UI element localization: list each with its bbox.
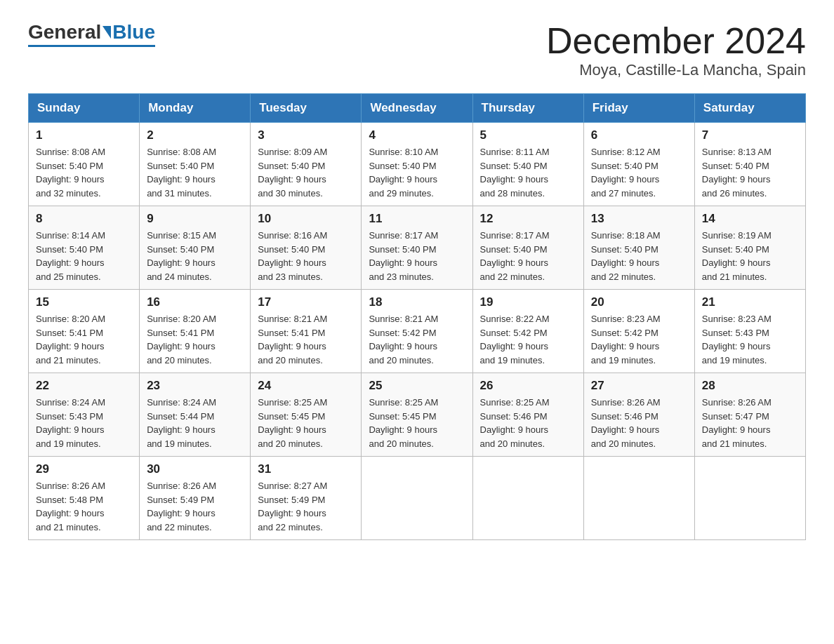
table-row: 26 Sunrise: 8:25 AM Sunset: 5:46 PM Dayl… (472, 373, 583, 457)
table-row: 28 Sunrise: 8:26 AM Sunset: 5:47 PM Dayl… (694, 373, 805, 457)
calendar-week-row: 29 Sunrise: 8:26 AM Sunset: 5:48 PM Dayl… (29, 457, 806, 540)
day-number: 18 (369, 295, 465, 309)
day-number: 22 (36, 379, 132, 393)
day-number: 14 (702, 212, 798, 226)
day-number: 3 (258, 128, 354, 142)
table-row: 6 Sunrise: 8:12 AM Sunset: 5:40 PM Dayli… (583, 123, 694, 206)
day-info: Sunrise: 8:23 AM Sunset: 5:42 PM Dayligh… (591, 314, 661, 365)
table-row: 8 Sunrise: 8:14 AM Sunset: 5:40 PM Dayli… (29, 206, 140, 290)
day-info: Sunrise: 8:21 AM Sunset: 5:42 PM Dayligh… (369, 314, 438, 365)
table-row: 20 Sunrise: 8:23 AM Sunset: 5:42 PM Dayl… (583, 290, 694, 373)
day-number: 4 (369, 128, 465, 142)
table-row: 14 Sunrise: 8:19 AM Sunset: 5:40 PM Dayl… (694, 206, 805, 290)
logo-underline (28, 45, 155, 47)
table-row: 17 Sunrise: 8:21 AM Sunset: 5:41 PM Dayl… (251, 290, 362, 373)
day-info: Sunrise: 8:13 AM Sunset: 5:40 PM Dayligh… (702, 147, 772, 199)
day-info: Sunrise: 8:22 AM Sunset: 5:42 PM Dayligh… (480, 314, 550, 365)
day-info: Sunrise: 8:25 AM Sunset: 5:45 PM Dayligh… (258, 397, 327, 449)
logo: General Blue (28, 21, 155, 47)
col-thursday: Thursday (472, 94, 583, 123)
day-number: 21 (702, 295, 798, 309)
table-row: 5 Sunrise: 8:11 AM Sunset: 5:40 PM Dayli… (472, 123, 583, 206)
day-number: 5 (480, 128, 576, 142)
table-row: 7 Sunrise: 8:13 AM Sunset: 5:40 PM Dayli… (694, 123, 805, 206)
table-row: 23 Sunrise: 8:24 AM Sunset: 5:44 PM Dayl… (140, 373, 251, 457)
day-number: 2 (147, 128, 243, 142)
day-info: Sunrise: 8:20 AM Sunset: 5:41 PM Dayligh… (36, 314, 105, 365)
day-info: Sunrise: 8:15 AM Sunset: 5:40 PM Dayligh… (147, 230, 216, 282)
day-info: Sunrise: 8:24 AM Sunset: 5:43 PM Dayligh… (36, 397, 105, 449)
day-number: 7 (702, 128, 798, 142)
day-number: 6 (591, 128, 687, 142)
day-info: Sunrise: 8:27 AM Sunset: 5:49 PM Dayligh… (258, 481, 327, 532)
day-number: 27 (591, 379, 687, 393)
table-row: 21 Sunrise: 8:23 AM Sunset: 5:43 PM Dayl… (694, 290, 805, 373)
day-info: Sunrise: 8:20 AM Sunset: 5:41 PM Dayligh… (147, 314, 216, 365)
day-info: Sunrise: 8:23 AM Sunset: 5:43 PM Dayligh… (702, 314, 772, 365)
day-number: 9 (147, 212, 243, 226)
month-year-title: December 2024 (546, 21, 806, 61)
day-info: Sunrise: 8:08 AM Sunset: 5:40 PM Dayligh… (147, 147, 216, 199)
table-row: 29 Sunrise: 8:26 AM Sunset: 5:48 PM Dayl… (29, 457, 140, 540)
table-row: 25 Sunrise: 8:25 AM Sunset: 5:45 PM Dayl… (362, 373, 472, 457)
day-number: 15 (36, 295, 132, 309)
table-row: 31 Sunrise: 8:27 AM Sunset: 5:49 PM Dayl… (251, 457, 362, 540)
table-row: 4 Sunrise: 8:10 AM Sunset: 5:40 PM Dayli… (362, 123, 472, 206)
table-row: 19 Sunrise: 8:22 AM Sunset: 5:42 PM Dayl… (472, 290, 583, 373)
day-number: 19 (480, 295, 576, 309)
table-row: 3 Sunrise: 8:09 AM Sunset: 5:40 PM Dayli… (251, 123, 362, 206)
day-info: Sunrise: 8:18 AM Sunset: 5:40 PM Dayligh… (591, 230, 661, 282)
table-row: 9 Sunrise: 8:15 AM Sunset: 5:40 PM Dayli… (140, 206, 251, 290)
day-number: 20 (591, 295, 687, 309)
day-info: Sunrise: 8:14 AM Sunset: 5:40 PM Dayligh… (36, 230, 105, 282)
title-area: December 2024 Moya, Castille-La Mancha, … (546, 21, 806, 79)
table-row: 16 Sunrise: 8:20 AM Sunset: 5:41 PM Dayl… (140, 290, 251, 373)
table-row: 15 Sunrise: 8:20 AM Sunset: 5:41 PM Dayl… (29, 290, 140, 373)
day-info: Sunrise: 8:26 AM Sunset: 5:46 PM Dayligh… (591, 397, 661, 449)
day-info: Sunrise: 8:08 AM Sunset: 5:40 PM Dayligh… (36, 147, 105, 199)
day-info: Sunrise: 8:17 AM Sunset: 5:40 PM Dayligh… (369, 230, 438, 282)
col-wednesday: Wednesday (362, 94, 472, 123)
logo-blue-text: Blue (112, 21, 155, 43)
calendar-header-row: Sunday Monday Tuesday Wednesday Thursday… (29, 94, 806, 123)
day-info: Sunrise: 8:09 AM Sunset: 5:40 PM Dayligh… (258, 147, 327, 199)
day-number: 25 (369, 379, 465, 393)
table-row: 27 Sunrise: 8:26 AM Sunset: 5:46 PM Dayl… (583, 373, 694, 457)
calendar-week-row: 1 Sunrise: 8:08 AM Sunset: 5:40 PM Dayli… (29, 123, 806, 206)
table-row: 24 Sunrise: 8:25 AM Sunset: 5:45 PM Dayl… (251, 373, 362, 457)
day-info: Sunrise: 8:26 AM Sunset: 5:47 PM Dayligh… (702, 397, 772, 449)
day-number: 26 (480, 379, 576, 393)
table-row (472, 457, 583, 540)
col-saturday: Saturday (694, 94, 805, 123)
day-number: 16 (147, 295, 243, 309)
table-row: 10 Sunrise: 8:16 AM Sunset: 5:40 PM Dayl… (251, 206, 362, 290)
col-monday: Monday (140, 94, 251, 123)
day-number: 28 (702, 379, 798, 393)
col-friday: Friday (583, 94, 694, 123)
table-row: 2 Sunrise: 8:08 AM Sunset: 5:40 PM Dayli… (140, 123, 251, 206)
table-row (694, 457, 805, 540)
day-number: 24 (258, 379, 354, 393)
logo-general-text: General (28, 21, 101, 43)
day-info: Sunrise: 8:25 AM Sunset: 5:45 PM Dayligh… (369, 397, 438, 449)
table-row: 22 Sunrise: 8:24 AM Sunset: 5:43 PM Dayl… (29, 373, 140, 457)
day-number: 17 (258, 295, 354, 309)
location-subtitle: Moya, Castille-La Mancha, Spain (546, 61, 806, 79)
day-number: 11 (369, 212, 465, 226)
day-info: Sunrise: 8:11 AM Sunset: 5:40 PM Dayligh… (480, 147, 550, 199)
day-info: Sunrise: 8:26 AM Sunset: 5:49 PM Dayligh… (147, 481, 216, 532)
calendar-week-row: 8 Sunrise: 8:14 AM Sunset: 5:40 PM Dayli… (29, 206, 806, 290)
col-sunday: Sunday (29, 94, 140, 123)
day-number: 13 (591, 212, 687, 226)
day-number: 10 (258, 212, 354, 226)
logo-triangle-icon (102, 26, 111, 39)
day-number: 1 (36, 128, 132, 142)
table-row (362, 457, 472, 540)
day-number: 8 (36, 212, 132, 226)
calendar-week-row: 22 Sunrise: 8:24 AM Sunset: 5:43 PM Dayl… (29, 373, 806, 457)
table-row: 11 Sunrise: 8:17 AM Sunset: 5:40 PM Dayl… (362, 206, 472, 290)
day-info: Sunrise: 8:16 AM Sunset: 5:40 PM Dayligh… (258, 230, 327, 282)
calendar-table: Sunday Monday Tuesday Wednesday Thursday… (28, 93, 806, 540)
day-number: 12 (480, 212, 576, 226)
day-info: Sunrise: 8:21 AM Sunset: 5:41 PM Dayligh… (258, 314, 327, 365)
